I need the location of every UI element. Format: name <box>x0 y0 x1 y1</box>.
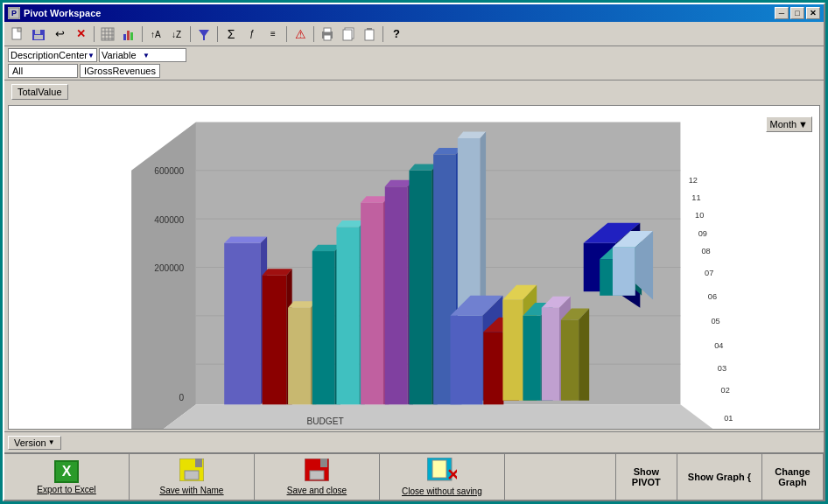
svg-rect-92 <box>523 316 541 401</box>
new-button[interactable] <box>8 24 27 44</box>
description-center-dropdown[interactable]: DescriptionCenter ▼ <box>8 48 97 62</box>
copy-button[interactable] <box>339 24 358 44</box>
variable-label: Variable <box>102 50 143 60</box>
export-to-excel-button[interactable]: X Export to Excel <box>4 454 130 500</box>
print-button[interactable] <box>318 24 337 44</box>
filter-button[interactable] <box>194 24 214 44</box>
svg-text:10: 10 <box>695 211 704 220</box>
svg-text:✕: ✕ <box>446 466 457 482</box>
month-label: Month <box>770 119 797 130</box>
svg-rect-59 <box>288 308 311 405</box>
help-button[interactable]: ? <box>387 24 406 44</box>
variable-dropdown[interactable]: Variable ▼ <box>99 48 186 62</box>
svg-rect-14 <box>123 34 126 40</box>
svg-rect-86 <box>483 332 503 404</box>
toolbar-sep-7 <box>382 26 383 42</box>
save-close-icon <box>305 458 329 484</box>
sort-asc-button[interactable]: ↑A <box>146 24 165 44</box>
svg-marker-19 <box>199 30 209 40</box>
svg-marker-54 <box>224 236 267 242</box>
delete-button[interactable]: ✕ <box>71 24 90 44</box>
main-window: P Pivot Workspace ─ □ ✕ ↩ ✕ ↑A ↓Z <box>3 3 825 501</box>
change-graph-button[interactable]: ChangeGraph <box>762 454 824 500</box>
month-dropdown-area: Month ▼ <box>766 116 812 132</box>
chart-button[interactable] <box>119 24 138 44</box>
undo-button[interactable]: ↩ <box>50 24 69 44</box>
sigma-button[interactable]: Σ <box>221 24 241 44</box>
pivot-header: DescriptionCenter ▼ Variable ▼ All IGros… <box>4 46 824 80</box>
svg-rect-120 <box>432 460 446 478</box>
minimize-button[interactable]: ─ <box>775 7 789 19</box>
more1-button[interactable]: ≡ <box>263 24 283 44</box>
paste-button[interactable] <box>360 24 379 44</box>
save-button[interactable] <box>29 24 48 44</box>
show-graph-label: Show Graph { <box>688 472 751 482</box>
save-name-label: Save with Name <box>160 486 224 495</box>
svg-rect-56 <box>263 276 287 405</box>
warning-button[interactable]: ⚠ <box>291 24 310 44</box>
excel-icon: X <box>54 460 79 483</box>
svg-rect-107 <box>613 247 635 295</box>
export-label: Export to Excel <box>37 485 95 494</box>
version-bar: Version ▼ <box>4 431 824 452</box>
save-close-label: Save and close <box>287 486 347 495</box>
save-with-name-button[interactable]: Save with Name <box>130 454 255 500</box>
svg-marker-100 <box>579 309 589 401</box>
change-graph-label: ChangeGraph <box>775 466 810 487</box>
pivot-row-1: DescriptionCenter ▼ Variable ▼ <box>8 48 820 62</box>
svg-rect-117 <box>320 458 327 467</box>
gross-revenues-field: IGrossRevenues <box>80 64 160 78</box>
svg-rect-15 <box>127 31 130 40</box>
toolbar-sep-4 <box>217 26 218 42</box>
function-button[interactable]: ƒ <box>242 24 262 44</box>
version-button[interactable]: Version ▼ <box>8 436 61 450</box>
toolbar-sep-1 <box>94 26 95 42</box>
svg-rect-24 <box>343 30 352 40</box>
svg-text:12: 12 <box>689 176 698 185</box>
chart-svg: 600000 400000 200000 0 12 11 10 09 08 07… <box>9 106 819 429</box>
svg-text:P: P <box>11 9 17 18</box>
save-name-icon <box>179 458 204 484</box>
grid-button[interactable] <box>98 24 117 44</box>
title-bar-icon: P <box>8 7 20 19</box>
svg-text:0: 0 <box>179 393 184 402</box>
svg-rect-118 <box>310 471 324 480</box>
svg-text:200000: 200000 <box>154 263 184 273</box>
svg-text:06: 06 <box>708 292 717 301</box>
close-without-saving-button[interactable]: ✕ Close without saving <box>380 454 505 500</box>
toolbar-sep-2 <box>142 26 143 42</box>
svg-text:400000: 400000 <box>154 215 184 225</box>
svg-text:600000: 600000 <box>154 166 184 176</box>
svg-text:02: 02 <box>721 386 730 395</box>
svg-rect-6 <box>34 35 43 39</box>
svg-text:BUDGET: BUDGET <box>306 416 343 426</box>
svg-rect-95 <box>542 308 559 401</box>
toolbar-sep-3 <box>190 26 191 42</box>
svg-rect-3 <box>18 28 21 32</box>
title-bar: P Pivot Workspace ─ □ ✕ <box>4 4 824 22</box>
svg-rect-68 <box>361 203 383 405</box>
svg-marker-29 <box>131 404 745 429</box>
svg-rect-74 <box>409 171 432 405</box>
svg-text:01: 01 <box>724 414 733 423</box>
svg-rect-98 <box>561 319 579 400</box>
save-and-close-button[interactable]: Save and close <box>255 454 380 500</box>
svg-rect-62 <box>312 251 335 404</box>
svg-rect-16 <box>130 32 133 40</box>
svg-text:03: 03 <box>718 364 726 373</box>
maximize-button[interactable]: □ <box>790 7 804 19</box>
all-field: All <box>8 64 78 78</box>
total-value-button[interactable]: TotalValue <box>11 84 68 100</box>
window-controls: ─ □ ✕ <box>775 7 820 19</box>
sort-desc-button[interactable]: ↓Z <box>167 24 186 44</box>
show-graph-button[interactable]: Show Graph { <box>677 454 762 500</box>
month-arrow: ▼ <box>798 119 808 130</box>
svg-text:↓Z: ↓Z <box>172 30 181 39</box>
svg-rect-71 <box>385 186 408 404</box>
svg-rect-21 <box>324 28 331 32</box>
svg-rect-83 <box>451 316 483 404</box>
month-dropdown[interactable]: Month ▼ <box>766 116 812 132</box>
show-pivot-button[interactable]: ShowPIVOT <box>616 454 677 500</box>
close-button[interactable]: ✕ <box>806 7 820 19</box>
close-icon: ✕ <box>427 458 457 485</box>
